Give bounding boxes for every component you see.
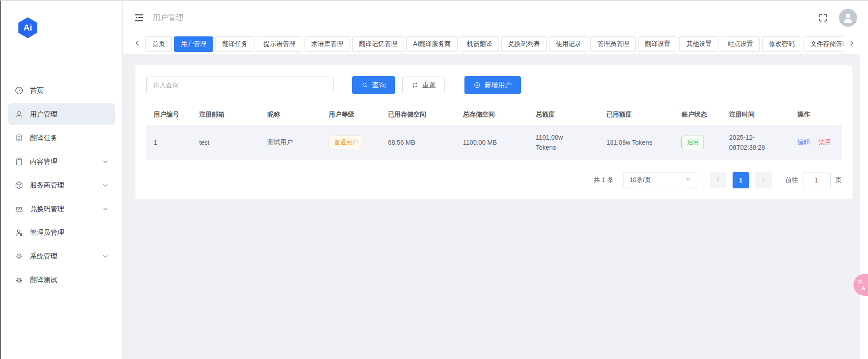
fullscreen-button[interactable] — [818, 13, 828, 23]
tab-prompt-mgmt[interactable]: 提示语管理 — [257, 36, 302, 52]
goto-page-input[interactable] — [803, 172, 831, 188]
sidebar-item-translation-tasks[interactable]: 翻译任务 — [8, 127, 115, 149]
col-total-storage: 总存储空间 — [456, 104, 529, 125]
goto-label: 前往 — [785, 176, 798, 184]
sidebar-item-label: 首页 — [30, 86, 44, 95]
col-user-id: 用户编号 — [146, 104, 192, 125]
plus-circle-icon — [474, 81, 481, 89]
user-avatar[interactable] — [839, 9, 857, 27]
sidebar-item-redeem-code-mgmt[interactable]: 兑换码管理 — [8, 198, 115, 220]
sidebar-item-content-mgmt[interactable]: 内容管理 — [8, 151, 115, 172]
ticket-icon — [15, 204, 24, 213]
user-icon — [15, 110, 24, 119]
user-table-card: 查询 重置 新增用户 — [135, 65, 853, 199]
chevron-left-icon — [134, 40, 141, 49]
tab-term-library[interactable]: 术语库管理 — [304, 36, 350, 52]
cell-used-storage: 68.56 MB — [381, 125, 456, 160]
translate-icon: 中 — [858, 279, 868, 285]
tab-change-password[interactable]: 修改密码 — [762, 36, 801, 52]
tab-home[interactable]: 首页 — [145, 36, 172, 52]
reset-button-label: 重置 — [422, 81, 436, 90]
chevron-down-icon — [102, 158, 109, 165]
topbar: 用户管理 — [123, 1, 868, 34]
dashboard-icon — [15, 86, 24, 95]
add-user-button[interactable]: 新增用户 — [464, 76, 521, 94]
logo-text: Ai — [24, 23, 32, 33]
tab-ai-providers[interactable]: AI翻译服务商 — [406, 36, 458, 52]
cell-used-quota: 131.09w Tokens — [599, 125, 674, 160]
clipboard-icon — [15, 157, 24, 166]
col-nickname: 昵称 — [260, 104, 321, 125]
edit-link[interactable]: 编辑 — [798, 138, 810, 146]
status-badge: 启用 — [681, 136, 704, 149]
sidebar-item-users[interactable]: 用户管理 — [8, 103, 115, 125]
prev-page-button[interactable] — [710, 172, 726, 188]
main-area: 用户管理 首页 用户管理 翻译任务 — [123, 1, 868, 359]
page-size-value: 10条/页 — [629, 176, 651, 184]
gear-icon — [15, 252, 24, 261]
sidebar-item-provider-mgmt[interactable]: 服务商管理 — [8, 174, 115, 196]
sidebar-item-admin-mgmt[interactable]: 管理员管理 — [8, 222, 115, 243]
cell-register-time: 2025-12-08T02:38:28 — [722, 125, 790, 160]
page-title: 用户管理 — [153, 12, 184, 23]
sidebar-item-home[interactable]: 首页 — [8, 80, 115, 101]
tab-translation-memory[interactable]: 翻译记忆管理 — [352, 36, 404, 52]
page-number-button[interactable]: 1 — [733, 172, 749, 188]
logo-icon: Ai — [17, 17, 38, 38]
sidebar-item-label: 内容管理 — [30, 157, 57, 166]
page-size-select[interactable]: 10条/页 — [624, 172, 697, 188]
col-total-quota: 总额度 — [529, 104, 599, 125]
cell-nickname: 测试用户 — [260, 125, 321, 160]
tab-admin-mgmt[interactable]: 管理员管理 — [590, 36, 636, 52]
fullscreen-icon — [818, 13, 828, 23]
chevron-right-icon — [760, 176, 767, 184]
app-logo[interactable]: Ai — [1, 1, 122, 38]
document-icon — [15, 133, 24, 142]
query-button[interactable]: 查询 — [352, 76, 395, 94]
refresh-icon — [411, 81, 419, 89]
right-scrollbar-track — [860, 54, 868, 359]
pagination-total: 共 1 条 — [594, 176, 614, 184]
tabs-strip: 首页 用户管理 翻译任务 提示语管理 术语库管理 翻译记忆管理 AI翻译服务商 … — [145, 36, 843, 52]
tab-bar: 首页 用户管理 翻译任务 提示语管理 术语库管理 翻译记忆管理 AI翻译服务商 … — [123, 34, 868, 54]
sidebar-item-label: 翻译测试 — [30, 276, 57, 284]
tab-usage-records[interactable]: 使用记录 — [549, 36, 588, 52]
cell-total-storage: 1100.00 MB — [456, 125, 529, 160]
tab-site-settings[interactable]: 站点设置 — [721, 36, 760, 52]
tab-translation-tasks[interactable]: 翻译任务 — [215, 36, 254, 52]
search-input[interactable] — [146, 76, 334, 94]
tab-machine-translation[interactable]: 机器翻译 — [460, 36, 499, 52]
cell-user-id: 1 — [146, 125, 192, 160]
tabs-scroll-right-button[interactable] — [846, 39, 857, 50]
col-used-quota: 已用额度 — [599, 104, 674, 125]
sidebar-item-system-mgmt[interactable]: 系统管理 — [8, 245, 115, 267]
sidebar-item-translation-test[interactable]: 翻译测试 — [8, 269, 115, 291]
tab-translation-settings[interactable]: 翻译设置 — [638, 36, 677, 52]
pagination: 共 1 条 10条/页 1 — [146, 172, 842, 188]
disable-link[interactable]: 禁用 — [818, 138, 831, 146]
tab-other-settings[interactable]: 其他设置 — [679, 36, 718, 52]
add-user-button-label: 新增用户 — [484, 81, 512, 90]
chevron-down-icon — [102, 253, 109, 259]
sidebar-item-label: 翻译任务 — [30, 134, 57, 142]
chevron-down-icon — [685, 176, 691, 184]
query-button-label: 查询 — [372, 81, 386, 90]
cell-actions: 编辑 禁用 — [790, 125, 842, 160]
tabs-scroll-left-button[interactable] — [132, 39, 143, 50]
sidebar-item-label: 兑换码管理 — [30, 205, 64, 213]
next-page-button[interactable] — [755, 172, 772, 188]
cell-level: 普通用户 — [321, 125, 380, 160]
sidebar-item-label: 用户管理 — [30, 110, 57, 119]
table-row: 1 test 测试用户 普通用户 68.56 MB 1100.00 MB 110… — [146, 125, 842, 160]
sidebar-collapse-button[interactable] — [134, 12, 145, 23]
col-status: 账户状态 — [674, 104, 722, 125]
avatar-icon — [839, 9, 857, 27]
app-window: Ai 首页 用户管理 翻译任务 — [0, 0, 868, 359]
user-level-badge: 普通用户 — [329, 136, 363, 149]
tab-redeem-codes[interactable]: 兑换码列表 — [501, 36, 547, 52]
chevron-left-icon — [715, 176, 721, 184]
tab-user-mgmt[interactable]: 用户管理 — [174, 36, 213, 52]
reset-button[interactable]: 重置 — [402, 76, 445, 94]
chevron-down-icon — [102, 206, 109, 212]
tab-file-storage[interactable]: 文件存储管理 — [803, 36, 843, 52]
